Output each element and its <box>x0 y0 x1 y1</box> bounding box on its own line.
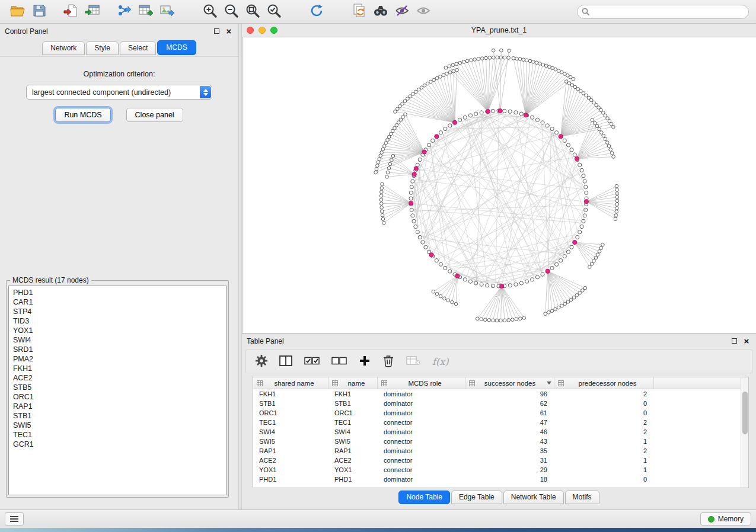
column-header-name[interactable]: name <box>328 377 378 389</box>
close-panel-button[interactable]: × <box>224 27 234 36</box>
result-node-item[interactable]: SWI4 <box>13 335 226 345</box>
network-canvas[interactable] <box>242 37 756 334</box>
show-all-button[interactable] <box>413 2 434 21</box>
export-image-icon <box>160 4 175 20</box>
result-node-item[interactable]: PHD1 <box>13 288 226 297</box>
result-node-item[interactable]: STP4 <box>13 307 226 316</box>
result-node-item[interactable]: STB5 <box>13 383 226 392</box>
column-header-predecessor-nodes[interactable]: predecessor nodes <box>554 377 654 389</box>
column-grid-icon <box>469 380 475 386</box>
save-icon <box>32 4 46 20</box>
add-column-button[interactable] <box>359 353 371 370</box>
table-close-button[interactable]: × <box>742 336 751 346</box>
export-table-button[interactable] <box>135 2 157 21</box>
zoom-fit-button[interactable] <box>242 2 263 21</box>
column-header-MCDS-role[interactable]: MCDS role <box>378 377 465 389</box>
import-network-button[interactable] <box>60 2 82 21</box>
deselect-all-button[interactable] <box>331 353 347 370</box>
trash-icon <box>382 354 394 369</box>
result-node-item[interactable]: SRD1 <box>13 345 226 354</box>
table-cell: dominator <box>378 409 465 416</box>
mcds-result-list[interactable]: PHD1CAR1STP4TID3YOX1SWI4SRD1PMA2FKH1ACE2… <box>8 286 227 495</box>
tab-network-table[interactable]: Network Table <box>503 491 564 504</box>
result-node-item[interactable]: GCR1 <box>13 440 226 449</box>
table-cell: dominator <box>378 390 465 398</box>
result-node-item[interactable]: SWI5 <box>13 421 226 430</box>
open-file-button[interactable] <box>7 2 28 21</box>
select-all-button[interactable] <box>304 353 320 370</box>
table-row[interactable]: SWI5SWI5connector431 <box>253 437 748 446</box>
table-cell: 0 <box>554 476 654 483</box>
zoom-out-button[interactable] <box>221 2 242 21</box>
table-row[interactable]: FKH1FKH1dominator962 <box>253 389 748 399</box>
tab-network[interactable]: Network <box>42 41 85 55</box>
delete-table-button[interactable] <box>406 353 420 370</box>
network-graph[interactable] <box>243 37 756 333</box>
table-float-button[interactable] <box>729 336 739 346</box>
criterion-dropdown[interactable]: largest connected component (undirected) <box>26 85 212 100</box>
network-view-window: YPA_prune.txt_1 <box>242 24 756 334</box>
table-scrollbar[interactable] <box>741 377 748 488</box>
table-row[interactable]: SWI4SWI4dominator462 <box>253 427 748 437</box>
clone-network-button[interactable] <box>349 2 370 21</box>
task-history-button[interactable] <box>5 512 24 525</box>
zoom-selected-button[interactable] <box>263 2 285 21</box>
window-close-icon[interactable] <box>247 27 254 34</box>
memory-button[interactable]: Memory <box>700 512 751 525</box>
tab-motifs[interactable]: Motifs <box>565 491 599 504</box>
result-node-item[interactable]: TEC1 <box>13 430 226 440</box>
result-node-item[interactable]: TID3 <box>13 316 226 326</box>
float-panel-button[interactable] <box>212 27 221 36</box>
window-minimize-icon[interactable] <box>259 27 266 34</box>
tab-select[interactable]: Select <box>120 41 156 55</box>
column-grid-icon <box>558 380 564 386</box>
table-row[interactable]: TEC1TEC1connector472 <box>253 418 748 427</box>
run-mcds-button[interactable]: Run MCDS <box>55 108 110 122</box>
result-node-item[interactable]: ACE2 <box>13 373 226 383</box>
tab-mcds[interactable]: MCDS <box>157 40 196 55</box>
sort-descending-icon <box>547 382 551 384</box>
column-header-shared-name[interactable]: shared name <box>253 377 328 389</box>
export-network-button[interactable] <box>114 2 135 21</box>
table-row[interactable]: ORC1ORC1dominator610 <box>253 408 748 418</box>
table-settings-button[interactable] <box>256 353 267 370</box>
function-builder-button[interactable]: f(x) <box>432 353 448 370</box>
close-icon: × <box>744 338 749 345</box>
close-panel-action-button[interactable]: Close panel <box>126 108 183 122</box>
hide-selected-button[interactable] <box>391 2 413 21</box>
table-row[interactable]: ACE2ACE2connector311 <box>253 456 748 465</box>
zoom-in-button[interactable] <box>199 2 221 21</box>
table-row[interactable]: RAP1RAP1dominator352 <box>253 446 748 456</box>
tab-node-table[interactable]: Node Table <box>398 491 450 504</box>
criterion-dropdown-value: largest connected component (undirected) <box>32 88 171 97</box>
find-button[interactable] <box>370 2 391 21</box>
tab-style[interactable]: Style <box>86 41 119 55</box>
table-row[interactable]: YOX1YOX1connector291 <box>253 465 748 475</box>
table-cell: connector <box>378 419 465 426</box>
table-row[interactable]: PHD1PHD1dominator180 <box>253 475 748 484</box>
search-input[interactable] <box>577 5 749 19</box>
delete-column-button[interactable] <box>382 353 394 370</box>
refresh-view-button[interactable] <box>306 2 327 21</box>
window-maximize-icon[interactable] <box>270 27 277 34</box>
save-session-button[interactable] <box>28 2 50 21</box>
import-table-button[interactable] <box>82 2 103 21</box>
network-window-title: YPA_prune.txt_1 <box>242 26 756 34</box>
result-node-item[interactable]: STB1 <box>13 411 226 421</box>
column-header-successor-nodes[interactable]: successor nodes <box>465 377 554 389</box>
result-node-item[interactable]: ORC1 <box>13 392 226 402</box>
result-node-item[interactable]: PMA2 <box>13 354 226 364</box>
result-node-item[interactable]: YOX1 <box>13 326 226 335</box>
control-panel: Control Panel × Network Style Select MCD… <box>0 24 238 509</box>
result-node-item[interactable]: RAP1 <box>13 402 226 411</box>
table-cell: 61 <box>465 409 554 416</box>
export-image-button[interactable] <box>157 2 178 21</box>
show-column-button[interactable] <box>279 353 292 370</box>
result-node-item[interactable]: FKH1 <box>13 364 226 373</box>
tab-edge-table[interactable]: Edge Table <box>451 491 502 504</box>
result-node-item[interactable]: CAR1 <box>13 297 226 307</box>
table-toolbar: f(x) <box>245 350 752 373</box>
node-table-body: FKH1FKH1dominator962STB1STB1dominator620… <box>253 389 748 484</box>
table-row[interactable]: STB1STB1dominator620 <box>253 399 748 408</box>
table-scrollbar-thumb[interactable] <box>742 392 748 434</box>
